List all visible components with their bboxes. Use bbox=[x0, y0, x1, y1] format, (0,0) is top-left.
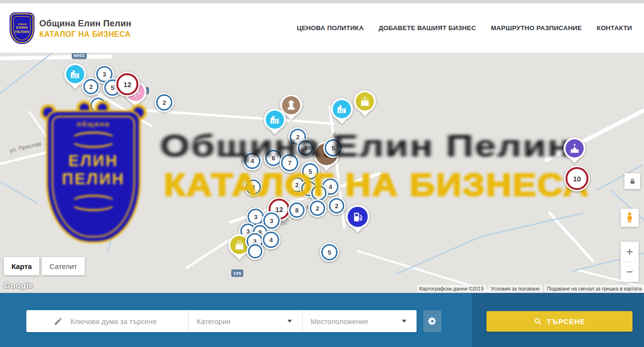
stream-line bbox=[395, 235, 483, 275]
zoom-control: + − bbox=[621, 242, 639, 282]
cluster-marker[interactable]: 4 bbox=[261, 230, 281, 249]
chevron-down-icon bbox=[287, 320, 292, 323]
cluster-marker[interactable]: 5 bbox=[320, 243, 339, 262]
church-pin[interactable] bbox=[564, 137, 586, 159]
cluster-count: 12 bbox=[115, 72, 140, 97]
cluster-marker[interactable] bbox=[247, 243, 264, 260]
report-map-error-link[interactable]: Подаване на сигнал за грешка в картата bbox=[544, 285, 644, 292]
cluster-marker[interactable]: 2 bbox=[155, 93, 174, 112]
gear-icon bbox=[428, 316, 437, 326]
keyword-field[interactable] bbox=[26, 310, 188, 332]
church-icon bbox=[565, 139, 584, 157]
satellite-view-button[interactable]: Сателит bbox=[42, 257, 85, 275]
cluster-marker[interactable]: 12 bbox=[115, 72, 140, 97]
cluster-count: 8 bbox=[288, 201, 306, 219]
location-select[interactable]: Местоположение bbox=[302, 310, 417, 332]
crest-top-text: община bbox=[17, 22, 26, 25]
street-label: ул. Преслав bbox=[9, 140, 42, 154]
pencil-icon bbox=[54, 317, 63, 326]
stream-line bbox=[0, 181, 38, 203]
search-bar: Категория Местоположение ТЪРСЕНЕ bbox=[0, 293, 644, 347]
cluster-marker[interactable]: 10 bbox=[564, 166, 590, 191]
bag-icon bbox=[356, 92, 374, 111]
watermark-title: Община Елин Пелин bbox=[160, 128, 572, 164]
main-nav: ЦЕНОВА ПОЛИТИКА ДОБАВЕТЕ ВАШИЯТ БИЗНЕС М… bbox=[297, 3, 632, 53]
search-button[interactable]: ТЪРСЕНЕ bbox=[486, 311, 633, 332]
road-shield: 105 bbox=[231, 269, 243, 277]
factory-icon bbox=[266, 111, 284, 129]
nav-link-pricing-policy[interactable]: ЦЕНОВА ПОЛИТИКА bbox=[297, 24, 364, 32]
zoom-out-button[interactable]: − bbox=[621, 262, 639, 282]
road-shield: 6002 bbox=[72, 53, 87, 59]
cluster-count bbox=[247, 243, 264, 260]
street-view-pegman-button[interactable] bbox=[621, 209, 639, 227]
advanced-settings-button[interactable] bbox=[423, 310, 441, 332]
lock-icon bbox=[629, 178, 636, 185]
watermark-crest: община ЕЛИН ПЕЛИН bbox=[41, 103, 146, 243]
header: община ЕЛИНПЕЛИН Община Елин Пелин КАТАЛ… bbox=[0, 3, 644, 53]
map-type-control: Карта Сателит bbox=[4, 257, 85, 275]
cluster-marker[interactable]: 2 bbox=[82, 78, 100, 96]
category-select[interactable]: Категория bbox=[188, 310, 302, 332]
keyword-search-input[interactable] bbox=[69, 317, 188, 326]
google-map[interactable]: община ЕЛИН ПЕЛИН Община Елин Пелин КАТА… bbox=[0, 53, 644, 293]
factory-icon bbox=[333, 100, 351, 118]
factory-pin[interactable] bbox=[264, 109, 286, 131]
chevron-down-icon bbox=[402, 320, 407, 323]
cluster-count: 2 bbox=[82, 78, 100, 96]
factory-pin[interactable] bbox=[331, 98, 353, 120]
cluster-count: 10 bbox=[564, 166, 590, 191]
municipality-crest-logo: община ЕЛИНПЕЛИН bbox=[11, 13, 34, 43]
nav-link-contacts[interactable]: КОНТАКТИ bbox=[597, 24, 632, 32]
cluster-count: 2 bbox=[155, 93, 174, 112]
map-attribution: Картографски данни ©2019 Условия за полз… bbox=[417, 285, 644, 292]
map-data-copyright: Картографски данни ©2019 bbox=[417, 285, 486, 292]
road-line bbox=[0, 55, 113, 60]
site-subtitle: КАТАЛОГ НА БИЗНЕСА bbox=[39, 30, 131, 39]
google-logo[interactable]: Google bbox=[4, 281, 34, 291]
zoom-in-button[interactable]: + bbox=[621, 242, 639, 262]
cluster-count: 5 bbox=[320, 243, 339, 262]
lock-button[interactable] bbox=[624, 173, 640, 189]
worker-icon bbox=[282, 96, 300, 114]
site-title: Община Елин Пелин bbox=[39, 18, 131, 29]
pegman-icon bbox=[623, 212, 636, 224]
search-panel: Категория Местоположение bbox=[26, 310, 417, 332]
bag-pin[interactable] bbox=[354, 90, 376, 112]
fuel-icon bbox=[348, 207, 368, 227]
fuel-pin[interactable] bbox=[346, 205, 370, 229]
terms-of-use-link[interactable]: Условия за ползване bbox=[488, 285, 542, 292]
search-icon bbox=[534, 317, 542, 325]
page-top-strip bbox=[0, 0, 644, 3]
watermark-subtitle: КАТАЛОГ НА БИЗНЕСА bbox=[164, 167, 589, 203]
cluster-count: 4 bbox=[261, 230, 281, 249]
nav-link-route-schedule[interactable]: МАРШРУТНО РАЗПИСАНИЕ bbox=[491, 24, 582, 32]
nav-link-add-business[interactable]: ДОБАВЕТЕ ВАШИЯТ БИЗНЕС bbox=[379, 24, 476, 32]
map-view-button[interactable]: Карта bbox=[4, 257, 39, 275]
brand[interactable]: община ЕЛИНПЕЛИН Община Елин Пелин КАТАЛ… bbox=[11, 13, 131, 43]
cluster-marker[interactable]: 8 bbox=[288, 201, 306, 219]
